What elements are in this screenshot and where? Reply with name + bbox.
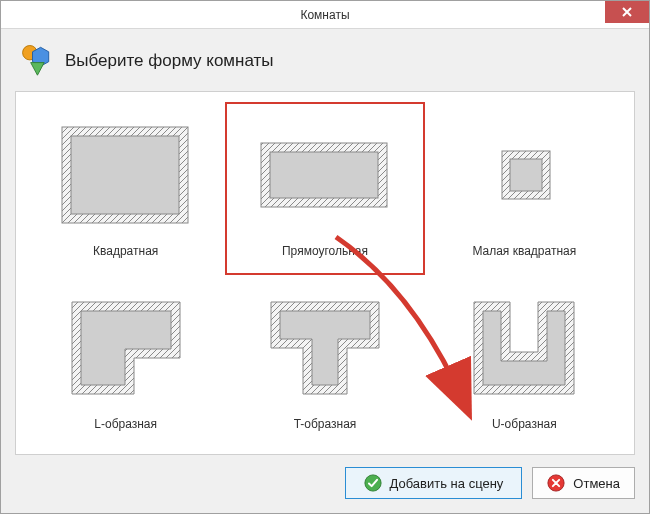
button-label: Добавить на сцену — [390, 476, 504, 491]
shape-preview — [241, 114, 409, 238]
svg-marker-2 — [31, 63, 45, 76]
shapes-icon — [19, 41, 55, 81]
shape-label: T-образная — [294, 417, 357, 431]
shape-preview — [440, 114, 608, 238]
shape-label: L-образная — [94, 417, 157, 431]
svg-rect-5 — [71, 136, 179, 214]
content-panel: Квадратная Прямоугольная — [15, 91, 635, 455]
titlebar: Комнаты — [1, 1, 649, 29]
shape-option-u-shape[interactable]: U-образная — [425, 275, 624, 448]
shape-preview — [241, 287, 409, 411]
button-label: Отмена — [573, 476, 620, 491]
shape-option-rectangle[interactable]: Прямоугольная — [225, 102, 424, 275]
footer: Добавить на сцену Отмена — [1, 463, 649, 513]
close-button[interactable] — [605, 1, 649, 23]
shape-label: Квадратная — [93, 244, 158, 258]
check-circle-icon — [364, 474, 382, 492]
shape-option-t-shape[interactable]: T-образная — [225, 275, 424, 448]
shape-grid: Квадратная Прямоугольная — [26, 102, 624, 448]
dialog-window: Комнаты Выберите форму комнаты — [0, 0, 650, 514]
svg-point-11 — [364, 475, 380, 491]
svg-rect-7 — [270, 152, 378, 198]
shape-option-square[interactable]: Квадратная — [26, 102, 225, 275]
header: Выберите форму комнаты — [1, 29, 649, 87]
cancel-circle-icon — [547, 474, 565, 492]
shape-preview — [42, 114, 210, 238]
svg-rect-9 — [510, 159, 542, 191]
shape-option-small-square[interactable]: Малая квадратная — [425, 102, 624, 275]
add-to-scene-button[interactable]: Добавить на сцену — [345, 467, 523, 499]
close-icon — [622, 7, 632, 17]
cancel-button[interactable]: Отмена — [532, 467, 635, 499]
shape-option-l-shape[interactable]: L-образная — [26, 275, 225, 448]
shape-preview — [42, 287, 210, 411]
header-heading: Выберите форму комнаты — [65, 51, 274, 71]
shape-label: Прямоугольная — [282, 244, 368, 258]
shape-label: U-образная — [492, 417, 557, 431]
shape-label: Малая квадратная — [472, 244, 576, 258]
window-title: Комнаты — [1, 8, 649, 22]
shape-preview — [440, 287, 608, 411]
